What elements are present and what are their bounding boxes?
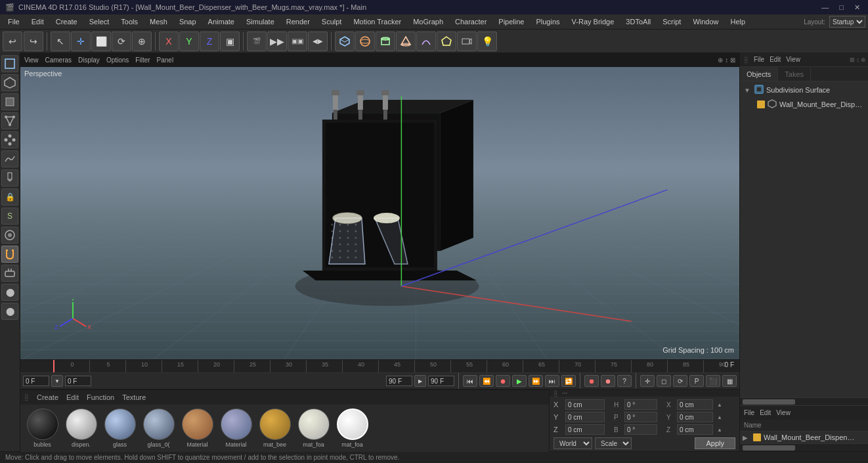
undo-button[interactable]: ↩ <box>3 32 22 51</box>
viewport-view-menu[interactable]: View <box>24 56 39 64</box>
attr-file-menu[interactable]: File <box>744 409 754 416</box>
menu-select[interactable]: Select <box>84 16 115 27</box>
render-all-button[interactable]: ▣▣ <box>288 32 307 51</box>
magnet-button[interactable] <box>1 246 18 263</box>
scale-tool-button[interactable]: ⬜ <box>91 32 111 51</box>
menu-script[interactable]: Script <box>657 16 686 27</box>
cone-button[interactable] <box>396 32 416 51</box>
x-size-spin-up[interactable]: ▲ <box>717 402 722 408</box>
point-mode-button[interactable] <box>1 131 18 148</box>
keyframe-auto-button[interactable]: ⏺ <box>601 375 615 387</box>
loop-button[interactable]: 🔁 <box>561 375 576 387</box>
menu-mesh[interactable]: Mesh <box>144 16 173 27</box>
y-size-spin[interactable]: ▲ <box>717 414 722 420</box>
cube-obj-button[interactable] <box>335 32 355 51</box>
mat-create-menu[interactable]: Create <box>37 393 58 401</box>
render-animate-button[interactable]: ◀▶ <box>308 32 328 51</box>
material-dispen[interactable]: dispen. <box>63 408 99 448</box>
mat-edit-menu[interactable]: Edit <box>66 393 79 401</box>
start-frame-input[interactable] <box>65 376 91 386</box>
material-mat-foam2[interactable]: mat_foa <box>334 408 370 448</box>
menu-mograph[interactable]: MoGraph <box>408 16 448 27</box>
mesh-mode-button[interactable] <box>1 74 18 91</box>
light-button[interactable]: 💡 <box>477 32 497 51</box>
viewport-3d[interactable]: Perspective Grid Spacing : 100 cm X Y Z <box>20 67 739 359</box>
menu-tools[interactable]: Tools <box>116 16 143 27</box>
x-size-input[interactable] <box>677 399 713 410</box>
obj-panel-scrollbar[interactable] <box>740 397 868 405</box>
z-pos-input[interactable] <box>565 424 605 435</box>
polygon-button[interactable] <box>437 32 456 51</box>
menu-edit[interactable]: Edit <box>26 16 49 27</box>
curves-button[interactable]: ▦ <box>722 375 737 387</box>
objects-tab[interactable]: Objects <box>740 67 778 81</box>
keyframe-sel-button[interactable]: ◻ <box>657 375 671 387</box>
maximize-button[interactable]: □ <box>836 3 846 12</box>
menu-vray[interactable]: V-Ray Bridge <box>567 16 620 27</box>
record-button[interactable]: ⏺ <box>496 375 510 387</box>
next-frame-button[interactable]: ⏩ <box>529 375 543 387</box>
render-region-button[interactable]: 🎬 <box>247 32 267 51</box>
menu-create[interactable]: Create <box>51 16 83 27</box>
apply-button[interactable]: Apply <box>695 437 735 449</box>
play-button[interactable]: ▶ <box>512 375 527 387</box>
attr-tree-item[interactable]: ▶ Wall_Mount_Beer_Dispenser_with <box>740 431 868 443</box>
lock-button[interactable]: 🔒 <box>1 188 18 206</box>
extra-button[interactable]: ⬤ <box>1 303 18 320</box>
redo-button[interactable]: ↪ <box>24 32 43 51</box>
transform-tool-button[interactable]: ⊕ <box>132 32 152 51</box>
menu-simulate[interactable]: Simulate <box>241 16 280 27</box>
end-frame-display[interactable] <box>386 376 412 386</box>
rotate-tool-button[interactable]: ⟳ <box>112 32 131 51</box>
frame-step-down[interactable]: ▼ <box>51 375 63 387</box>
y-axis-button[interactable]: Y <box>179 32 199 51</box>
material-glass[interactable]: glass <box>102 408 138 448</box>
menu-character[interactable]: Character <box>450 16 492 27</box>
z-axis-button[interactable]: Z <box>200 32 219 51</box>
menu-motion-tracker[interactable]: Motion Tracker <box>348 16 406 27</box>
viewport-options-menu[interactable]: Options <box>106 56 129 64</box>
go-start-button[interactable]: ⏮ <box>463 375 477 387</box>
coord-space-select[interactable]: World Object <box>553 437 592 449</box>
add-keyframe-button[interactable]: ⏺ <box>584 375 599 387</box>
material-bubles[interactable]: bubles <box>24 408 60 448</box>
current-frame-input[interactable] <box>23 376 49 386</box>
material-glass2[interactable]: glass_0( <box>141 408 177 448</box>
h-rot-input[interactable] <box>624 399 657 410</box>
coord-type-select[interactable]: Scale Size <box>595 437 632 449</box>
menu-sculpt[interactable]: Sculpt <box>316 16 347 27</box>
render-view-button[interactable]: ▶▶ <box>267 32 287 51</box>
end-frame-step[interactable]: ▶ <box>414 375 426 387</box>
menu-window[interactable]: Window <box>687 16 724 27</box>
nurbs-button[interactable] <box>416 32 436 51</box>
b-rot-input[interactable] <box>624 424 657 435</box>
minimize-button[interactable]: — <box>819 3 831 12</box>
mat-function-menu[interactable]: Function <box>87 393 114 401</box>
obj-edit-menu[interactable]: Edit <box>770 56 781 63</box>
stamp-button[interactable]: ⬤ <box>1 284 18 301</box>
dollar-button[interactable]: S <box>1 208 18 225</box>
menu-snap[interactable]: Snap <box>174 16 202 27</box>
menu-pipeline[interactable]: Pipeline <box>493 16 529 27</box>
help-keyframe-button[interactable]: ? <box>617 375 632 387</box>
z-size-spin[interactable]: ▲ <box>717 427 722 433</box>
move-tool-button[interactable]: ✛ <box>71 32 91 51</box>
deform-button[interactable] <box>1 150 18 167</box>
preview-p-button[interactable]: P <box>689 375 704 387</box>
timeline-ruler[interactable]: 0 5 10 15 20 25 30 35 40 45 50 55 60 65 … <box>20 360 739 373</box>
viewport-cameras-menu[interactable]: Cameras <box>45 56 72 64</box>
tree-item-subdivision[interactable]: ▼ Subdivision Surface <box>741 83 868 97</box>
menu-animate[interactable]: Animate <box>203 16 240 27</box>
deformer-button[interactable] <box>1 265 18 282</box>
material-material2[interactable]: Material <box>218 408 254 448</box>
end-frame-input2[interactable] <box>428 376 454 386</box>
world-button[interactable]: ▣ <box>220 32 240 51</box>
timeline-view-button[interactable]: ⬛ <box>706 375 720 387</box>
viewport-display-menu[interactable]: Display <box>78 56 100 64</box>
motion-button[interactable]: ✛ <box>640 375 655 387</box>
preview-button[interactable]: ⟳ <box>673 375 687 387</box>
menu-plugins[interactable]: Plugins <box>531 16 565 27</box>
x-pos-input[interactable] <box>565 399 605 410</box>
x-axis-button[interactable]: X <box>159 32 179 51</box>
cylinder-button[interactable] <box>376 32 395 51</box>
